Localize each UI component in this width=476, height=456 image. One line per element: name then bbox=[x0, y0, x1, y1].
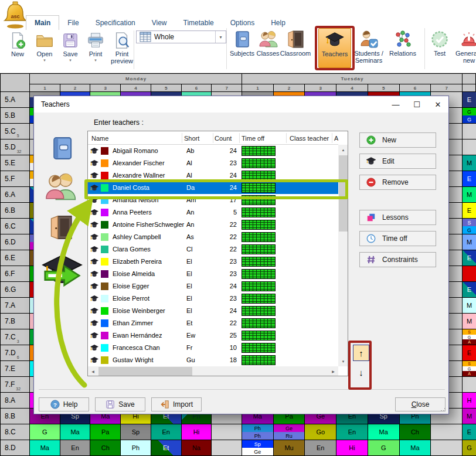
teacher-row[interactable]: Eloise EggerEl24 bbox=[88, 280, 338, 292]
timetable-cell[interactable] bbox=[462, 139, 476, 155]
import-button[interactable]: Import bbox=[151, 397, 202, 411]
timetable-cell[interactable]: Ch bbox=[399, 424, 431, 440]
constraints-button[interactable]: Constraints bbox=[359, 252, 436, 267]
classes-button[interactable]: Classes bbox=[256, 28, 280, 68]
teacher-timeoff-grid[interactable] bbox=[242, 207, 276, 217]
teacher-timeoff-grid[interactable] bbox=[242, 318, 276, 328]
teacher-row[interactable]: Abigail RomanoAb24 bbox=[88, 145, 338, 157]
maximize-button[interactable]: ☐ bbox=[406, 97, 427, 112]
teacher-timeoff-grid[interactable] bbox=[242, 146, 276, 156]
classroom-button[interactable]: Classroom bbox=[280, 28, 311, 68]
timetable-cell[interactable]: M bbox=[462, 408, 476, 424]
relations-button[interactable]: Relations bbox=[387, 28, 419, 68]
timetable-cell[interactable]: Mu bbox=[273, 440, 305, 456]
help-button[interactable]: ?Help bbox=[39, 397, 89, 411]
save-button[interactable]: Save▾ bbox=[59, 32, 82, 62]
column-header-time-off[interactable]: Time off bbox=[242, 131, 264, 145]
close-window-button[interactable]: ✕ bbox=[427, 97, 448, 112]
test-button[interactable]: Test bbox=[428, 28, 451, 68]
scroll-left-icon[interactable]: ◀ bbox=[88, 366, 98, 376]
teacher-row[interactable]: Elizabeth PereiraEl23 bbox=[88, 256, 338, 268]
timetable-cell[interactable]: M bbox=[462, 155, 476, 171]
timetable-cell[interactable] bbox=[462, 376, 476, 393]
timetable-cell[interactable]: PhPh bbox=[242, 424, 274, 440]
edit-button[interactable]: Edit bbox=[359, 154, 436, 169]
timetable-cell[interactable]: E bbox=[462, 250, 476, 266]
teacher-timeoff-grid[interactable] bbox=[242, 244, 276, 254]
teacher-timeoff-grid[interactable] bbox=[242, 220, 276, 230]
teacher-timeoff-grid[interactable] bbox=[242, 257, 276, 267]
timetable-cell[interactable]: E bbox=[462, 202, 476, 219]
timetable-cell[interactable]: Go bbox=[304, 424, 336, 440]
timetable-cell[interactable]: Hi bbox=[181, 424, 212, 440]
timetable-cell[interactable]: Pa bbox=[90, 424, 121, 440]
teacher-row[interactable]: Alexander FischerAl23 bbox=[88, 157, 338, 169]
students-seminars-button[interactable]: Students / Seminars bbox=[351, 28, 387, 68]
timetable-cell[interactable]: Ma bbox=[60, 424, 91, 440]
teacher-row[interactable]: Ethan ZimmerEt22 bbox=[88, 317, 338, 329]
timetable-cell[interactable]: Ch bbox=[90, 440, 121, 456]
timetable-cell[interactable]: SG bbox=[462, 218, 476, 234]
teacher-row[interactable]: Ashley CampbellAs22 bbox=[88, 231, 338, 243]
list-header[interactable]: NameShortCountTime offClass teacherA bbox=[88, 131, 338, 145]
column-header-stub[interactable]: A bbox=[334, 131, 338, 145]
teachers-button[interactable]: Teachers bbox=[318, 28, 351, 68]
teacher-row[interactable]: Clara GomesCl22 bbox=[88, 243, 338, 256]
teacher-row[interactable]: Amanda NelsonAm17 bbox=[88, 194, 338, 206]
view-selector[interactable]: Whole ▾ bbox=[136, 30, 226, 43]
timetable-cell[interactable]: SpGe bbox=[242, 440, 274, 456]
timetable-cell[interactable]: Ma bbox=[368, 424, 400, 440]
scroll-right-icon[interactable]: ▶ bbox=[328, 366, 338, 376]
chevron-down-icon[interactable]: ▾ bbox=[215, 31, 226, 43]
new-button[interactable]: New bbox=[5, 32, 30, 57]
timetable-cell[interactable] bbox=[430, 424, 463, 440]
teacher-timeoff-grid[interactable] bbox=[242, 281, 276, 291]
teacher-timeoff-grid[interactable] bbox=[242, 195, 276, 205]
teacher-row[interactable]: Ewan HernándezEw25 bbox=[88, 329, 338, 342]
timetable-cell[interactable] bbox=[430, 440, 463, 456]
teacher-timeoff-grid[interactable] bbox=[242, 171, 276, 181]
dialog-titlebar[interactable]: Teachers — ☐ ✕ bbox=[34, 96, 448, 113]
teacher-row[interactable]: Anna PeetersAn5 bbox=[88, 206, 338, 219]
minimize-button[interactable]: — bbox=[385, 97, 406, 112]
remove-button[interactable]: Remove bbox=[359, 175, 436, 190]
timetable-cell[interactable]: Hi bbox=[336, 440, 368, 456]
timetable-cell[interactable]: M bbox=[462, 297, 476, 314]
print-button[interactable]: Print▾ bbox=[83, 32, 108, 62]
subjects-book-icon[interactable] bbox=[49, 135, 75, 162]
teacher-row[interactable]: Antoine FisherSchweglerAn22 bbox=[88, 219, 338, 231]
teacher-row[interactable]: Eloise PerrotEl23 bbox=[88, 292, 338, 305]
teacher-timeoff-grid[interactable] bbox=[242, 183, 276, 193]
horizontal-scroll-thumb[interactable] bbox=[98, 367, 192, 376]
chevron-down-icon[interactable]: ▾ bbox=[94, 58, 97, 62]
tab-view[interactable]: View bbox=[144, 16, 175, 30]
print-preview-button[interactable]: Print preview bbox=[107, 32, 137, 64]
timetable-cell[interactable]: M bbox=[462, 234, 476, 250]
vertical-scroll-thumb[interactable] bbox=[339, 155, 348, 232]
timetable-cell[interactable]: En bbox=[304, 440, 336, 456]
timetable-cell[interactable] bbox=[211, 424, 242, 440]
timetable-cell[interactable]: En bbox=[151, 424, 182, 440]
teacher-row[interactable]: Eloise WeinbergerEl24 bbox=[88, 305, 338, 317]
timetable-cell[interactable]: E bbox=[462, 424, 476, 440]
timetable-cell[interactable] bbox=[462, 123, 476, 139]
generate-new-button[interactable]: Generate new bbox=[450, 28, 476, 68]
teacher-timeoff-grid[interactable] bbox=[242, 294, 276, 304]
teacher-row[interactable]: Alexandre WallnerAl24 bbox=[88, 169, 338, 182]
teacher-row[interactable]: Gustav WrightGu18 bbox=[88, 354, 338, 366]
tab-help[interactable]: Help bbox=[263, 16, 294, 30]
tab-options[interactable]: Options bbox=[222, 16, 263, 30]
chevron-down-icon[interactable]: ▾ bbox=[43, 58, 46, 62]
chevron-down-icon[interactable]: ▾ bbox=[69, 58, 72, 62]
teacher-timeoff-grid[interactable] bbox=[242, 343, 276, 353]
timetable-cell[interactable] bbox=[462, 266, 476, 282]
column-header-count[interactable]: Count bbox=[215, 131, 232, 145]
timetable-cell[interactable]: H bbox=[462, 392, 476, 409]
teacher-timeoff-grid[interactable] bbox=[242, 306, 276, 316]
save-button[interactable]: Save bbox=[95, 397, 145, 411]
scroll-up-icon[interactable]: ▲ bbox=[338, 145, 348, 155]
resize-grip[interactable] bbox=[440, 406, 446, 412]
timetable-cell[interactable]: E bbox=[462, 281, 476, 298]
scroll-down-icon[interactable]: ▼ bbox=[338, 356, 348, 366]
timetable-cell[interactable]: En bbox=[336, 424, 368, 440]
